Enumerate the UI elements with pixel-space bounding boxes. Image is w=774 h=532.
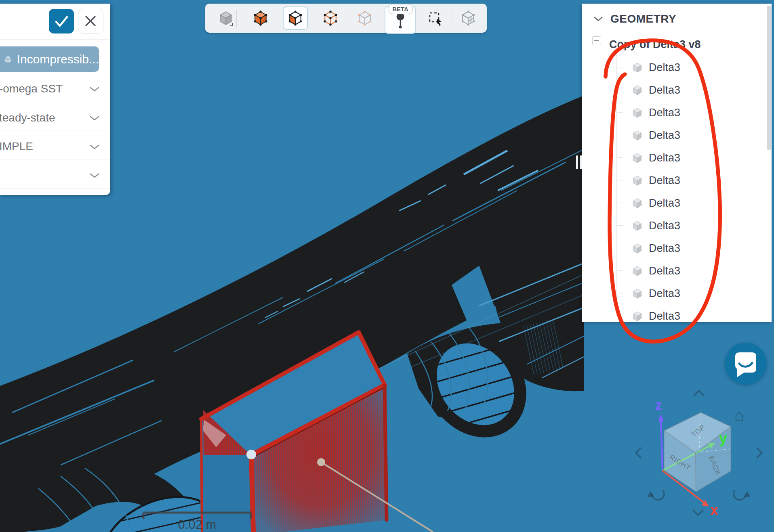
scrollbar-thumb[interactable] — [767, 6, 771, 150]
box-corner-fillet — [246, 450, 256, 459]
face-select-tool-button[interactable] — [283, 6, 308, 30]
tree-item-delta3[interactable]: Delta3 — [582, 124, 772, 147]
tree-item-delta3[interactable]: Delta3 — [582, 169, 772, 192]
tree-item-label: Delta3 — [649, 197, 680, 209]
close-icon — [78, 9, 103, 33]
rotate-down-chevron[interactable] — [693, 510, 703, 515]
orientation-gizmo[interactable]: TOP RIGHT BACK z y x ⌂ — [630, 379, 774, 532]
solid-cube-icon — [631, 174, 644, 187]
geometry-panel-title: GEOMETRY — [610, 13, 676, 25]
volume-cube-icon — [252, 9, 269, 27]
rotate-left-chevron[interactable] — [636, 448, 641, 458]
geometry-section-header[interactable]: GEOMETRY — [582, 11, 676, 27]
rotate-cw-icon[interactable] — [734, 491, 746, 500]
tree-connector — [616, 157, 623, 158]
tree-connector — [597, 27, 597, 36]
tree-item-label: Delta3 — [649, 220, 680, 232]
tree-item-label: Delta3 — [649, 242, 680, 255]
mesh-select-tool-button[interactable] — [459, 9, 477, 27]
apply-button[interactable] — [49, 9, 74, 34]
y-axis-label: y — [719, 430, 727, 446]
tree-item-label: Delta3 — [649, 287, 680, 300]
tree-item-delta3[interactable]: Delta3 — [582, 260, 772, 282]
box-select-tool-button[interactable] — [426, 9, 444, 27]
volume-select-tool-button[interactable] — [252, 9, 269, 27]
check-icon — [49, 9, 74, 34]
turbulence-model-label: -omega SST — [0, 82, 63, 95]
edge-select-tool-button[interactable] — [322, 9, 339, 27]
chevron-down-icon — [593, 16, 603, 22]
home-icon[interactable]: ⌂ — [734, 406, 744, 424]
chevron-down-icon — [89, 173, 100, 178]
rotate-up-chevron[interactable] — [694, 391, 704, 396]
vertex-select-tool-button[interactable] — [356, 9, 374, 27]
panel-resize-handle[interactable] — [576, 155, 584, 171]
z-axis-arrow — [658, 414, 664, 421]
chevron-down-icon — [89, 144, 100, 150]
time-dependency-row[interactable]: teady-state — [0, 108, 110, 128]
tree-item-delta3[interactable]: Delta3 — [582, 147, 772, 169]
probe-point-dot[interactable] — [317, 458, 325, 466]
solid-cube-icon — [631, 84, 644, 96]
geometry-tree-children: Delta3 Delta3 — [582, 56, 772, 322]
tree-item-label: Delta3 — [649, 152, 680, 164]
divider — [0, 130, 110, 130]
tree-item-delta3[interactable]: Delta3 — [582, 282, 772, 305]
time-dependency-label: teady-state — [0, 111, 55, 124]
marquee-select-icon — [426, 9, 444, 27]
tree-item-delta3[interactable]: Delta3 — [582, 101, 772, 124]
face-cube-icon — [286, 9, 304, 27]
solid-cube-icon — [631, 197, 644, 209]
tree-item-delta3[interactable]: Delta3 — [582, 237, 772, 260]
divider — [0, 159, 110, 159]
tree-connector — [616, 316, 623, 316]
tree-item-label: Delta3 — [649, 310, 680, 322]
edge-cube-icon — [322, 9, 339, 27]
physics-type-button[interactable]: Incompressib... — [0, 46, 99, 72]
divider — [452, 10, 452, 27]
cubes-icon — [4, 52, 12, 67]
tree-connector — [616, 112, 623, 113]
z-axis — [661, 420, 663, 471]
solid-cube-icon — [631, 107, 644, 119]
vertex-cube-icon-disabled — [356, 9, 374, 27]
probe-point-tool-button[interactable]: BETA — [385, 6, 416, 34]
tree-item-label: Delta3 — [649, 265, 680, 277]
tree-item-label: Delta3 — [649, 174, 680, 187]
tree-item-label: Delta3 — [649, 107, 680, 119]
chevron-down-icon — [89, 86, 100, 92]
solid-cube-icon — [631, 152, 644, 164]
rotate-ccw-icon[interactable] — [652, 491, 664, 500]
geometry-root-label[interactable]: Copy of Delta3 v8 — [609, 38, 701, 51]
tree-item-delta3[interactable]: Delta3 — [582, 56, 772, 79]
solid-cube-icon — [631, 287, 644, 300]
tree-item-delta3[interactable]: Delta3 — [582, 192, 772, 214]
turbulence-model-row[interactable]: -omega SST — [0, 79, 110, 98]
chevron-down-icon — [89, 115, 100, 121]
algorithm-row[interactable]: IMPLE — [0, 137, 110, 156]
cancel-button[interactable] — [78, 9, 103, 34]
chat-launcher-button[interactable] — [725, 343, 767, 385]
select-body-tool-button[interactable] — [217, 9, 235, 27]
scale-bar-label: 0.02 m — [154, 517, 241, 532]
solid-cube-icon — [631, 61, 644, 74]
tree-item-delta3[interactable]: Delta3 — [582, 79, 772, 101]
solid-cube-icon — [631, 129, 644, 142]
tree-item-label: Delta3 — [649, 84, 680, 96]
tree-connector — [616, 225, 623, 226]
tree-item-label: Delta3 — [649, 61, 680, 74]
tree-connector — [616, 270, 623, 271]
tree-connector — [616, 90, 623, 90]
app-screen: 0.02 m Incompressib... -omega SST — [0, 0, 774, 532]
divider — [236, 10, 237, 27]
extra-option-row[interactable] — [0, 165, 110, 185]
x-axis-label: x — [710, 502, 718, 518]
tree-item-delta3[interactable]: Delta3 — [582, 214, 772, 237]
collapse-toggle[interactable] — [592, 36, 601, 45]
chat-bubble-icon — [725, 343, 767, 385]
tree-item-delta3[interactable]: Delta3 — [582, 305, 772, 322]
beta-badge: BETA — [388, 4, 413, 14]
tree-connector — [616, 67, 623, 67]
rotate-right-chevron[interactable] — [757, 448, 762, 458]
solid-cube-icon — [631, 310, 644, 322]
